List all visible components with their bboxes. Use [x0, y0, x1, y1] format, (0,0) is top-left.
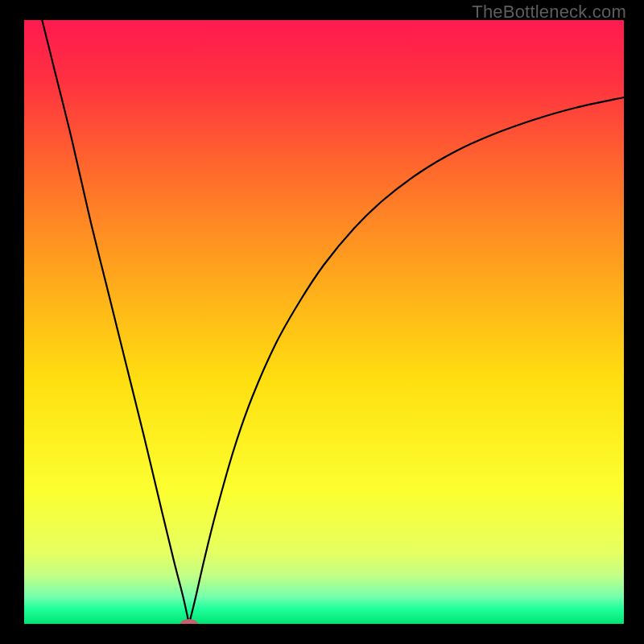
chart-svg [24, 20, 624, 624]
chart-background [24, 20, 624, 624]
chart-frame: TheBottleneck.com [0, 0, 644, 644]
chart-plot-area [24, 20, 624, 624]
